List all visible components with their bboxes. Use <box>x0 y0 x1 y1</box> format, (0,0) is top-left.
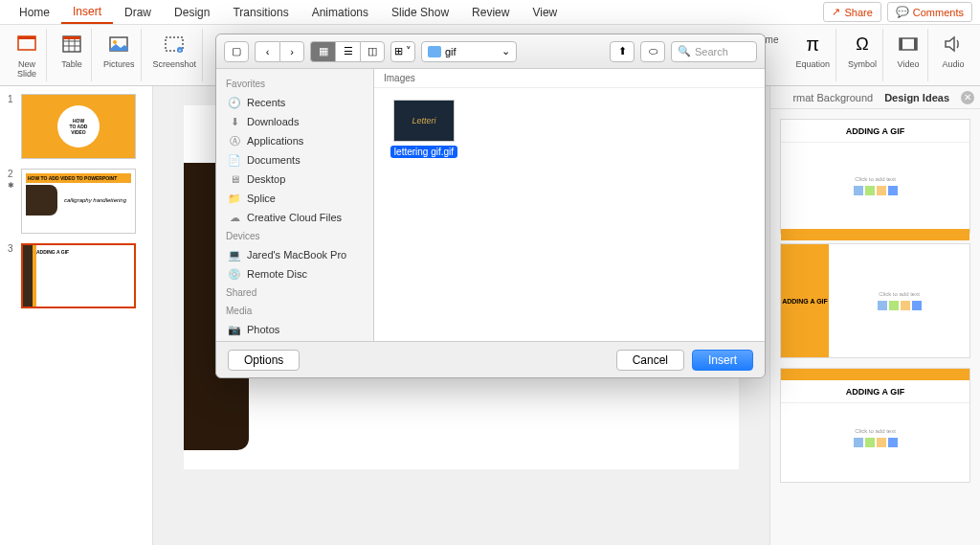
sidebar-item-applications[interactable]: ⒶApplications <box>216 131 373 150</box>
video-icon <box>895 31 922 57</box>
comment-icon: 💬 <box>896 6 909 18</box>
sidebar-item-recents[interactable]: 🕘Recents <box>216 93 373 112</box>
sidebar-toggle-button[interactable]: ▢ <box>224 41 249 62</box>
ribbon-pictures[interactable]: Pictures <box>98 29 142 81</box>
sidebar-macbook-label: Jared's MacBook Pro <box>247 249 346 261</box>
view-list-button[interactable]: ☰ <box>335 41 360 62</box>
ribbon-symbol[interactable]: Ω Symbol <box>842 29 883 81</box>
documents-icon: 📄 <box>228 153 241 167</box>
menu-animations[interactable]: Animations <box>301 2 380 23</box>
group-button[interactable]: ⊞ ˅ <box>390 41 415 62</box>
options-button[interactable]: Options <box>228 350 300 371</box>
menu-draw[interactable]: Draw <box>113 2 163 23</box>
action-button-2[interactable]: ⬭ <box>640 41 665 62</box>
sidebar-item-splice[interactable]: 📁Splice <box>216 189 373 208</box>
menu-view[interactable]: View <box>521 2 568 23</box>
pictures-icon <box>105 31 132 57</box>
suggestion-3-placeholder: Click to add text <box>855 428 896 434</box>
slide-thumb-1[interactable]: HOW TO ADD VIDEO <box>21 94 136 159</box>
symbol-icon: Ω <box>849 31 876 57</box>
ribbon-new-slide[interactable]: New Slide <box>8 29 47 81</box>
menu-slideshow[interactable]: Slide Show <box>380 2 460 23</box>
dialog-toolbar: ▢ ‹ › ▦ ☰ ◫ ⊞ ˅ gif ⌄ ⬆ ⬭ 🔍 Search <box>216 34 765 69</box>
menu-home[interactable]: Home <box>8 2 61 23</box>
cancel-button[interactable]: Cancel <box>616 350 684 371</box>
share-icon: ↗ <box>832 6 840 18</box>
svg-rect-1 <box>18 36 35 39</box>
share-label: Share <box>844 7 872 18</box>
sidebar-item-desktop[interactable]: 🖥Desktop <box>216 170 373 189</box>
folder-icon: 📁 <box>228 192 241 205</box>
search-icon: 🔍 <box>678 45 691 57</box>
comments-label: Comments <box>913 7 964 18</box>
back-button[interactable]: ‹ <box>255 41 279 62</box>
shared-section-label: Shared <box>216 284 373 302</box>
video-label: Video <box>898 59 920 69</box>
design-suggestion-3[interactable]: ADDING A GIF Click to add text <box>780 368 970 483</box>
devices-section-label: Devices <box>216 227 373 245</box>
menu-bar: Home Insert Draw Design Transitions Anim… <box>0 0 980 25</box>
cloud-icon: ☁ <box>228 211 241 224</box>
ribbon-video[interactable]: Video <box>889 29 928 81</box>
ribbon-audio[interactable]: Audio <box>934 29 972 81</box>
file-name-label: lettering gif.gif <box>390 146 457 158</box>
suggestion-1-title: ADDING A GIF <box>781 120 969 143</box>
design-ideas-panel: rmat Background Design Ideas ✕ ADDING A … <box>769 86 980 545</box>
sidebar-recents-label: Recents <box>247 97 285 108</box>
ribbon-table[interactable]: Table <box>53 29 92 81</box>
slide-thumb-2[interactable]: HOW TO ADD VIDEO TO POWERPOINT calligrap… <box>21 169 136 234</box>
action-button-1[interactable]: ⬆ <box>610 41 635 62</box>
menu-transitions[interactable]: Transitions <box>221 2 300 23</box>
audio-icon <box>940 31 967 57</box>
slide-number-3: 3 <box>8 243 21 308</box>
insert-button[interactable]: Insert <box>692 350 753 371</box>
menu-design[interactable]: Design <box>163 2 221 23</box>
sidebar-item-documents[interactable]: 📄Documents <box>216 150 373 170</box>
slide-panel: 1 HOW TO ADD VIDEO 2✱ HOW TO ADD VIDEO T… <box>0 86 153 545</box>
file-picker-dialog: ▢ ‹ › ▦ ☰ ◫ ⊞ ˅ gif ⌄ ⬆ ⬭ 🔍 Search Favor… <box>215 34 766 378</box>
ribbon-screenshot[interactable]: + Screenshot <box>147 29 204 81</box>
share-button[interactable]: ↗ Share <box>823 2 880 22</box>
comments-button[interactable]: 💬 Comments <box>887 2 972 22</box>
clock-icon: 🕘 <box>228 96 241 109</box>
sidebar-item-creative-cloud[interactable]: ☁Creative Cloud Files <box>216 208 373 227</box>
design-suggestion-1[interactable]: ADDING A GIF Click to add text <box>780 119 970 234</box>
desktop-icon: 🖥 <box>228 172 241 186</box>
design-suggestion-2[interactable]: ADDING A GIF Click to add text <box>780 243 970 358</box>
applications-icon: Ⓐ <box>228 134 241 148</box>
menu-insert[interactable]: Insert <box>61 1 113 24</box>
ribbon-equation[interactable]: π Equation <box>790 29 836 81</box>
disc-icon: 💿 <box>228 267 241 281</box>
equation-icon: π <box>799 31 826 57</box>
tab-format-background[interactable]: rmat Background <box>792 92 873 103</box>
symbol-label: Symbol <box>848 59 877 69</box>
close-panel-button[interactable]: ✕ <box>961 91 974 104</box>
svg-rect-14 <box>900 38 902 50</box>
tab-design-ideas[interactable]: Design Ideas <box>884 92 949 103</box>
laptop-icon: 💻 <box>228 248 241 261</box>
file-item-lettering-gif[interactable]: Letteri lettering gif.gif <box>386 100 462 158</box>
menu-review[interactable]: Review <box>460 2 521 23</box>
sidebar-item-macbook[interactable]: 💻Jared's MacBook Pro <box>216 245 373 264</box>
svg-rect-7 <box>63 36 80 39</box>
view-columns-button[interactable]: ◫ <box>360 41 385 62</box>
dialog-footer: Options Cancel Insert <box>216 341 765 377</box>
slide-3-title: ADDING A GIF <box>23 245 134 259</box>
forward-button[interactable]: › <box>279 41 304 62</box>
suggestion-3-title: ADDING A GIF <box>781 380 969 403</box>
slide-thumb-3[interactable]: ADDING A GIF <box>21 243 136 308</box>
path-label: gif <box>445 46 457 57</box>
view-icons-button[interactable]: ▦ <box>310 41 335 62</box>
sidebar-item-remote-disc[interactable]: 💿Remote Disc <box>216 264 373 284</box>
sidebar-item-photos[interactable]: 📷Photos <box>216 320 373 339</box>
new-slide-label: New Slide <box>17 59 36 79</box>
sidebar-item-downloads[interactable]: ⬇Downloads <box>216 112 373 131</box>
slide-number-2: 2✱ <box>8 169 21 234</box>
dialog-sidebar: Favorites 🕘Recents ⬇Downloads ⒶApplicati… <box>216 69 374 341</box>
photos-icon: 📷 <box>228 323 241 336</box>
search-field[interactable]: 🔍 Search <box>671 41 757 62</box>
suggestion-1-placeholder: Click to add text <box>855 176 896 182</box>
path-dropdown[interactable]: gif ⌄ <box>421 41 517 62</box>
suggestion-2-title: ADDING A GIF <box>781 244 829 357</box>
sidebar-documents-label: Documents <box>247 154 301 166</box>
